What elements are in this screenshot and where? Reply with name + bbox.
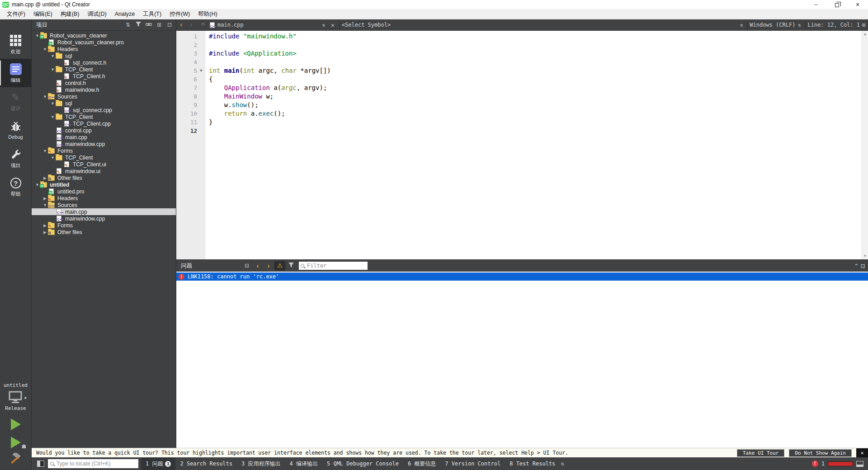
code-line[interactable]: 5▼int main(int argc, char *argv[]) [176, 66, 868, 75]
tree-item[interactable]: C++TCP_Client.cpp [32, 120, 176, 127]
sort-icon[interactable]: ⇅ [123, 22, 132, 28]
kit-selector-button[interactable]: ▸ [8, 391, 27, 404]
issues-filter-input[interactable]: Filter [299, 262, 368, 270]
tree-item[interactable]: ▶hHeaders [32, 195, 176, 202]
output-pane-button-4[interactable]: 4 编译输出 [285, 457, 322, 470]
mode-button-projects[interactable]: 项目 [0, 144, 31, 173]
code-line[interactable]: 11} [176, 118, 868, 127]
expand-arrow-icon[interactable]: ▼ [50, 67, 56, 72]
output-pane-button-6[interactable]: 6 概要信息 [403, 457, 440, 470]
tree-item[interactable]: ▼TCP_Client [32, 154, 176, 161]
tree-item[interactable]: ▼TCP_Client [32, 66, 176, 73]
issue-row[interactable]: !LNK1158: cannot run 'rc.exe' [176, 273, 868, 281]
close-panel-icon[interactable]: ⊡ [165, 22, 174, 28]
output-pane-button-3[interactable]: 3 应用程序输出 [237, 457, 285, 470]
editor-scrollbar[interactable]: ▲ ▼ [862, 31, 868, 259]
code-line[interactable]: 1#include "mainwindow.h" [176, 32, 868, 41]
expand-arrow-icon[interactable]: ▼ [50, 155, 56, 160]
menu-item[interactable]: 调试(D) [83, 9, 110, 19]
mode-button-welcome[interactable]: 欢迎 [0, 30, 31, 59]
expand-arrow-icon[interactable]: ▶ [42, 176, 48, 180]
expand-arrow-icon[interactable]: ▼ [42, 149, 48, 153]
output-pane-dropdown-icon[interactable]: ⇅ [561, 461, 564, 467]
code-line[interactable]: 8 MainWindow w; [176, 92, 868, 101]
expand-arrow-icon[interactable]: ▼ [50, 101, 56, 106]
tree-item[interactable]: ▶⧉Other files [32, 229, 176, 235]
code-editor[interactable]: 1#include "mainwindow.h"23#include <QApp… [176, 31, 868, 259]
tree-item[interactable]: ▼Qtuntitled [32, 181, 176, 188]
code-line[interactable]: 12 [176, 127, 868, 135]
code-line[interactable]: 10 return a.exec(); [176, 109, 868, 118]
tree-item[interactable]: C++sql_connect.cpp [32, 107, 176, 113]
tree-item[interactable]: ✎TCP_Client.ui [32, 161, 176, 168]
tree-item[interactable]: C++main.cpp [32, 208, 176, 215]
tree-item[interactable]: ▼sql [32, 52, 176, 59]
toggle-left-sidebar-icon[interactable] [37, 461, 44, 467]
go-forward-icon[interactable]: › [186, 21, 196, 29]
menu-item[interactable]: 构建(B) [57, 9, 84, 19]
take-ui-tour-button[interactable]: Take UI Tour [737, 449, 784, 457]
expand-arrow-icon[interactable]: ▼ [42, 94, 48, 99]
tree-item[interactable]: ▼C++Sources [32, 93, 176, 100]
expand-arrow-icon[interactable]: ▶ [42, 223, 48, 228]
tree-item[interactable]: C++main.cpp [32, 134, 176, 141]
expand-arrow-icon[interactable]: ▶ [42, 230, 48, 235]
locator-input[interactable]: Type to locate (Ctrl+K) [48, 459, 138, 468]
code-line[interactable]: 6{ [176, 75, 868, 84]
minimize-pane-icon[interactable]: ⌃ [854, 263, 859, 269]
sync-with-editor-icon[interactable] [144, 22, 153, 28]
tree-item[interactable]: ▶✎Forms [32, 222, 176, 229]
filter-icon[interactable] [134, 22, 143, 28]
tree-item[interactable]: Qtuntitled.pro [32, 188, 176, 195]
tree-item[interactable]: hmainwindow.h [32, 86, 176, 93]
split-panel-icon[interactable]: ⊞ [155, 22, 164, 28]
tree-item[interactable]: ▶⧉Other files [32, 174, 176, 181]
code-line[interactable]: 4 [176, 58, 868, 66]
scroll-up-icon[interactable]: ▲ [863, 32, 867, 36]
menu-item[interactable]: 编辑(E) [29, 9, 57, 19]
fold-marker-icon[interactable]: ▼ [197, 66, 205, 75]
expand-arrow-icon[interactable]: ▶ [42, 196, 48, 201]
scroll-down-icon[interactable]: ▼ [863, 254, 867, 258]
tree-item[interactable]: C++control.cpp [32, 127, 176, 134]
tree-item[interactable]: QtRobot_vacuum_cleaner.pro [32, 39, 176, 46]
output-pane-button-8[interactable]: 8 Test Results [505, 457, 560, 470]
close-document-icon[interactable]: × [328, 22, 338, 28]
tree-item[interactable]: hcontrol.h [32, 80, 176, 86]
tree-item[interactable]: ▼TCP_Client [32, 113, 176, 120]
tree-item[interactable]: ▼✎Forms [32, 147, 176, 154]
tree-item[interactable]: hTCP_Client.h [32, 73, 176, 80]
symbol-selector[interactable]: <Select Symbol> [342, 22, 391, 28]
previous-issue-icon[interactable]: ‹ [253, 262, 263, 269]
tree-item[interactable]: ▼QtRobot_vacuum_cleaner [32, 32, 176, 39]
close-button[interactable]: ✕ [847, 0, 868, 9]
code-line[interactable]: 3#include <QApplication> [176, 49, 868, 58]
line-ending-dropdown-icon[interactable]: ⇅ [795, 22, 803, 28]
do-not-show-again-button[interactable]: Do Not Show Again [789, 449, 852, 457]
categorize-issues-icon[interactable]: ⊟ [242, 263, 252, 269]
encoding-dropdown-icon[interactable]: ⇅ [737, 22, 745, 28]
expand-arrow-icon[interactable]: ▼ [42, 47, 48, 52]
open-file-name[interactable]: main.cpp [217, 22, 244, 28]
file-dropdown-icon[interactable]: ⇅ [320, 22, 328, 28]
next-issue-icon[interactable]: › [264, 262, 274, 269]
go-back-icon[interactable]: ‹ [176, 21, 186, 29]
output-pane-button-7[interactable]: 7 Version Control [440, 457, 505, 470]
expand-arrow-icon[interactable]: ▼ [50, 54, 56, 58]
menu-item[interactable]: 工具(T) [139, 9, 165, 19]
build-button[interactable] [9, 453, 23, 469]
output-pane-button-5[interactable]: 5 QML Debugger Console [322, 457, 403, 470]
expand-arrow-icon[interactable]: ▼ [50, 115, 56, 119]
output-pane-button-2[interactable]: 2 Search Results [175, 457, 237, 470]
output-pane-button-1[interactable]: 1 问题1 [141, 457, 175, 470]
tree-item[interactable]: ▼hHeaders [32, 46, 176, 52]
show-warnings-toggle-icon[interactable]: ⚠ [274, 261, 285, 270]
menu-item[interactable]: 文件(F) [3, 9, 29, 19]
minimize-button[interactable]: ─ [806, 0, 826, 9]
toggle-output-pane-icon[interactable] [856, 461, 863, 467]
code-line[interactable]: 2 [176, 41, 868, 49]
expand-arrow-icon[interactable]: ▼ [42, 203, 48, 207]
maximize-pane-icon[interactable]: ⊡ [861, 263, 865, 269]
code-line[interactable]: 7 QApplication a(argc, argv); [176, 84, 868, 92]
menu-item[interactable]: 控件(W) [165, 9, 194, 19]
